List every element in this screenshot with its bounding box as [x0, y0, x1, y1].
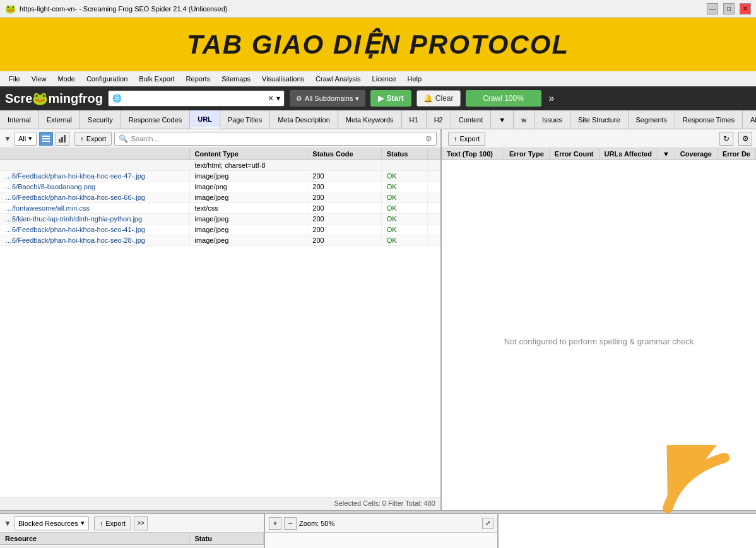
- main-toolbar: Scre🐸mingfrog 🌐 https://light.com.vn/ ✕ …: [0, 86, 756, 110]
- table-status-bar: Selected Cells: 0 Filter Total: 480: [0, 498, 440, 510]
- logo: Scre🐸mingfrog: [5, 91, 103, 106]
- cell-status: OK: [381, 182, 427, 192]
- subdomain-button[interactable]: ⚙ All Subdomains ▾: [290, 90, 365, 107]
- cell-content-type: image/png: [189, 182, 307, 192]
- cell-extra: [428, 224, 440, 235]
- cell-extra: [428, 214, 440, 224]
- menu-help[interactable]: Help: [403, 74, 427, 84]
- blocked-filter-icon: ▼: [4, 519, 11, 528]
- table-row[interactable]: …6/Feedback/phan-hoi-khoa-hoc-seo-66-.jp…: [0, 192, 440, 203]
- menu-file[interactable]: File: [4, 74, 25, 84]
- filter-select[interactable]: All ▾: [14, 132, 37, 146]
- data-table: Content Type Status Code Status text/htm…: [0, 148, 440, 246]
- right-settings-button[interactable]: ⚙: [738, 132, 752, 146]
- logo-text: Scre🐸mingfrog: [5, 91, 103, 106]
- tab-content[interactable]: Content: [451, 110, 492, 129]
- menu-view[interactable]: View: [27, 74, 52, 84]
- url-dropdown-icon[interactable]: ▾: [276, 94, 280, 103]
- start-button[interactable]: ▶ Start: [370, 90, 411, 107]
- cell-status: OK: [381, 235, 427, 246]
- menu-sitemaps[interactable]: Sitemaps: [216, 74, 256, 84]
- cell-status-code: 200: [307, 224, 381, 235]
- table-row[interactable]: …6/kien-thuc-lap-trinh/dinh-nghia-python…: [0, 214, 440, 224]
- tab-w[interactable]: w: [514, 110, 535, 129]
- menu-configuration[interactable]: Configuration: [81, 74, 133, 84]
- data-table-wrapper: Content Type Status Code Status text/htm…: [0, 148, 440, 498]
- tab-internal[interactable]: Internal: [0, 110, 39, 129]
- crawl-progress-button[interactable]: Crawl 100%: [466, 90, 541, 107]
- export-button[interactable]: ↑ Export: [74, 132, 112, 146]
- table-row[interactable]: …6/Feedback/phan-hoi-khoa-hoc-seo-28-.jp…: [0, 235, 440, 246]
- toolbar-expand-icon[interactable]: »: [549, 93, 555, 104]
- start-icon: ▶: [378, 94, 384, 103]
- bottom-expand-button[interactable]: >>: [134, 516, 148, 530]
- cell-status: OK: [381, 203, 427, 214]
- tab-api[interactable]: API: [743, 110, 756, 129]
- cell-status-code: 200: [307, 192, 381, 203]
- maximize-button[interactable]: □: [723, 3, 735, 15]
- close-button[interactable]: ✕: [740, 3, 751, 15]
- menu-crawl-analysis[interactable]: Crawl Analysis: [310, 74, 366, 84]
- menu-visualisations[interactable]: Visualisations: [257, 74, 309, 84]
- menu-reports[interactable]: Reports: [181, 74, 216, 84]
- subdomain-icon: ⚙: [296, 95, 302, 103]
- blocked-dropdown-icon: ▾: [81, 519, 85, 527]
- right-refresh-button[interactable]: ↻: [719, 132, 733, 146]
- window-title: https-light-com-vn- - Screaming Frog SEO…: [20, 5, 228, 13]
- search-input[interactable]: [131, 135, 423, 143]
- right-export-button[interactable]: ↑ Export: [448, 132, 485, 146]
- tab-url[interactable]: URL: [190, 110, 220, 129]
- col-filter: ▼: [657, 148, 675, 160]
- top-banner: TAB GIAO DIỆN PROTOCOL: [0, 18, 756, 71]
- tab-issues[interactable]: Issues: [535, 110, 570, 129]
- table-row[interactable]: …6/Baochi/8-baodanang.png image/png 200 …: [0, 182, 440, 192]
- window-controls[interactable]: — □ ✕: [707, 3, 751, 15]
- search-box[interactable]: 🔍 ⚙: [114, 132, 437, 146]
- zoom-in-button[interactable]: +: [269, 517, 281, 530]
- url-clear-icon[interactable]: ✕: [268, 94, 274, 103]
- tab-external[interactable]: External: [39, 110, 80, 129]
- minimize-button[interactable]: —: [707, 3, 718, 15]
- cell-content-type: text/css: [189, 203, 307, 214]
- col-coverage: Coverage: [675, 148, 717, 160]
- bottom-section: ▼ Blocked Resources ▾ ↑ Export >> Resour…: [0, 514, 756, 548]
- cell-status-code: [307, 160, 381, 171]
- menu-licence[interactable]: Licence: [367, 74, 401, 84]
- tab-h2[interactable]: H2: [427, 110, 451, 129]
- screenshot-expand-button[interactable]: ⤢: [482, 518, 493, 529]
- cell-status-code: 200: [307, 214, 381, 224]
- bottom-export-button[interactable]: ↑ Export: [94, 516, 131, 530]
- tab-response-codes[interactable]: Response Codes: [121, 110, 190, 129]
- zoom-out-button[interactable]: −: [284, 517, 297, 530]
- list-view-button[interactable]: [39, 132, 53, 146]
- svg-rect-0: [42, 136, 50, 137]
- tab-security[interactable]: Security: [80, 110, 121, 129]
- right-export-icon: ↑: [454, 135, 458, 143]
- table-row[interactable]: …/fontawesome/all.min.css text/css 200 O…: [0, 203, 440, 214]
- clear-button[interactable]: 🔔 Clear: [416, 90, 461, 107]
- url-bar[interactable]: 🌐 https://light.com.vn/ ✕ ▾: [108, 90, 285, 107]
- svg-rect-3: [59, 139, 61, 143]
- col-content-type: Content Type: [189, 148, 307, 160]
- search-settings-icon[interactable]: ⚙: [425, 134, 432, 143]
- bottom-empty-message: Only available when JavaScript Rendering…: [0, 545, 264, 548]
- tab-segments[interactable]: Segments: [629, 110, 676, 129]
- tab-meta-keywords[interactable]: Meta Keywords: [338, 110, 402, 129]
- menu-bulk-export[interactable]: Bulk Export: [134, 74, 179, 84]
- tab-meta-description[interactable]: Meta Description: [270, 110, 338, 129]
- tab-site-structure[interactable]: Site Structure: [570, 110, 629, 129]
- table-row[interactable]: …6/Feedback/phan-hoi-khoa-hoc-seo-47-.jp…: [0, 171, 440, 182]
- tab-response-times[interactable]: Response Times: [675, 110, 743, 129]
- tab-more-dropdown[interactable]: ▼: [491, 110, 514, 129]
- tab-h1[interactable]: H1: [402, 110, 427, 129]
- left-panel: ▼ All ▾ ↑ Export 🔍 ⚙: [0, 129, 442, 510]
- col-error-type: Error Type: [504, 148, 550, 160]
- blocked-resources-select[interactable]: Blocked Resources ▾: [14, 516, 89, 530]
- table-row[interactable]: text/html; charset=utf-8: [0, 160, 440, 171]
- menu-mode[interactable]: Mode: [52, 74, 80, 84]
- url-input[interactable]: https://light.com.vn/: [124, 95, 265, 102]
- tab-page-titles[interactable]: Page Titles: [220, 110, 270, 129]
- cell-status-code: 200: [307, 235, 381, 246]
- graph-view-button[interactable]: [56, 132, 69, 146]
- table-row[interactable]: …6/Feedback/phan-hoi-khoa-hoc-seo-41-.jp…: [0, 224, 440, 235]
